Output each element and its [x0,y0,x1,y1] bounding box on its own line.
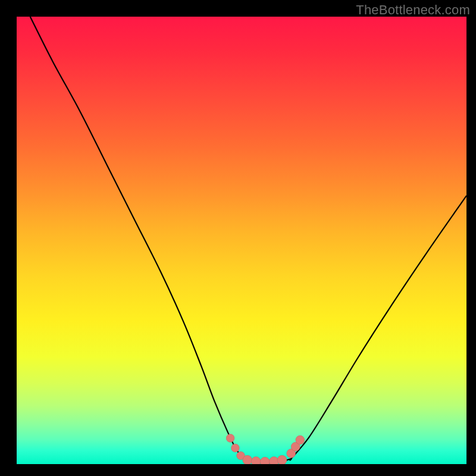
valley-marker [226,434,234,443]
curve-layer [17,17,466,464]
plot-area [17,17,466,464]
valley-curve [30,17,466,463]
valley-marker [231,444,240,452]
valley-marker [243,455,252,464]
valley-marker [251,457,261,464]
watermark-text: TheBottleneck.com [356,2,470,18]
valley-markers [226,434,304,464]
valley-marker [260,457,270,464]
valley-marker [277,455,287,464]
bottleneck-curve-path [30,17,466,463]
valley-marker [296,436,305,444]
chart-frame: TheBottleneck.com [0,0,476,476]
